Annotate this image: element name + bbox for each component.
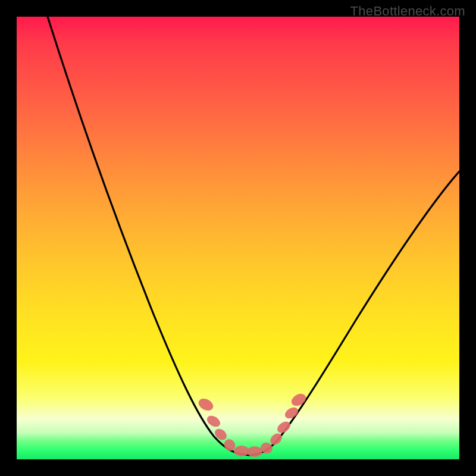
plot-area xyxy=(17,17,459,459)
svg-point-2 xyxy=(212,427,228,442)
svg-point-10 xyxy=(289,392,308,409)
svg-point-5 xyxy=(247,446,262,457)
bottleneck-curve-svg xyxy=(17,17,459,459)
svg-point-9 xyxy=(283,405,300,421)
low-highlight-dots xyxy=(196,392,308,457)
svg-point-0 xyxy=(196,396,215,413)
bottleneck-curve-path xyxy=(48,17,459,455)
chart-frame: TheBottleneck.com xyxy=(0,0,476,476)
watermark-text: TheBottleneck.com xyxy=(350,4,465,19)
